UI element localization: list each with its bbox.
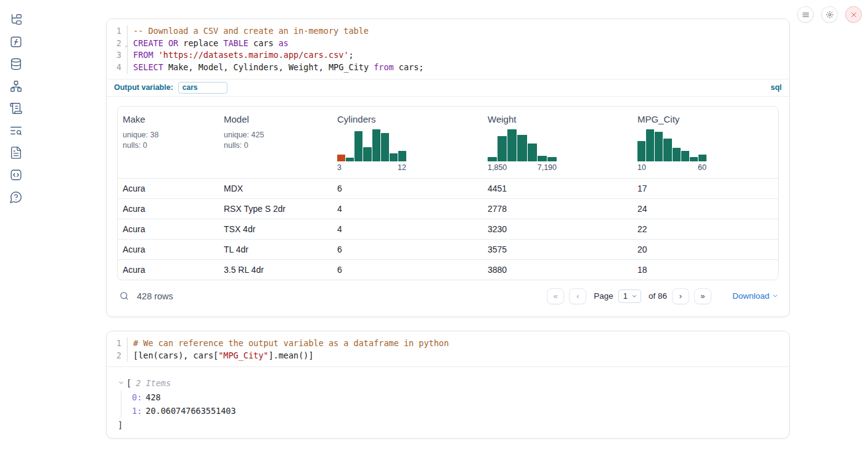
histogram-bar xyxy=(637,141,645,161)
page-select[interactable]: 1 xyxy=(618,289,641,303)
page-total-label: of 86 xyxy=(649,291,667,301)
chevron-down-icon xyxy=(118,379,125,386)
download-button[interactable]: Download xyxy=(732,291,779,301)
sql-cell: 12⌄34 -- Download a CSV and create an in… xyxy=(106,18,790,317)
table-cell: 6 xyxy=(332,184,483,193)
histogram-bar xyxy=(337,155,345,161)
chevron-down-icon xyxy=(772,293,779,299)
fold-chevron-icon[interactable]: ⌄ xyxy=(125,39,128,52)
function-square-icon[interactable] xyxy=(9,34,23,49)
line-number: 2⌄ xyxy=(107,38,121,50)
open-bracket: [ xyxy=(126,376,131,390)
table-cell: RSX Type S 2dr xyxy=(219,204,332,214)
row-count: 428 rows xyxy=(137,291,173,301)
histogram-bar xyxy=(488,157,497,161)
tree-output: [ 2 Items 0:4281:20.060747663551403 ] xyxy=(107,367,789,441)
line-number: 3 xyxy=(107,49,121,62)
table-row[interactable]: Acura3.5 RL 4dr6388018 xyxy=(118,259,778,280)
code-line: CREATE OR replace TABLE cars as xyxy=(133,38,424,50)
line-number-gutter: 12 xyxy=(107,338,128,362)
cylinders-histogram[interactable]: 3 12 xyxy=(337,129,406,172)
chevron-down-icon xyxy=(631,293,637,299)
histogram-bar xyxy=(497,136,507,161)
document-icon[interactable] xyxy=(9,145,23,160)
tree-item-value: 20.060747663551403 xyxy=(145,406,235,416)
table-cell: 4 xyxy=(332,224,483,234)
table-row[interactable]: AcuraTL 4dr6357520 xyxy=(118,239,778,259)
table-row[interactable]: AcuraTSX 4dr4323022 xyxy=(118,219,778,239)
page-label: Page xyxy=(594,291,613,301)
table-cell: 6 xyxy=(332,245,483,254)
first-page-button[interactable]: « xyxy=(547,288,564,304)
search-button[interactable] xyxy=(117,289,131,303)
table-row[interactable]: AcuraRSX Type S 2dr4277824 xyxy=(118,198,778,219)
histogram-bar xyxy=(381,133,389,161)
python-code[interactable]: # We can reference the output variable a… xyxy=(128,338,449,362)
line-number: 4 xyxy=(107,62,121,74)
histogram-bar xyxy=(372,129,380,161)
text-search-icon[interactable] xyxy=(9,123,23,137)
table-cell: Acura xyxy=(118,265,219,275)
histogram-bar xyxy=(547,157,557,161)
column-header-model[interactable]: Model unique: 425 nulls: 0 xyxy=(219,107,332,178)
histogram-bar xyxy=(538,156,547,161)
dependency-graph-icon[interactable] xyxy=(9,79,23,93)
help-circle-icon[interactable] xyxy=(9,190,23,204)
menu-icon xyxy=(801,10,810,19)
pagination: « ‹ Page 1 of 86 › » Download xyxy=(547,288,779,304)
table-cell: 3575 xyxy=(483,245,633,254)
code-line: SELECT Make, Model, Cylinders, Weight, M… xyxy=(133,62,424,74)
previous-page-button[interactable]: ‹ xyxy=(569,288,586,304)
column-header-make[interactable]: Make unique: 38 nulls: 0 xyxy=(118,107,219,178)
table-cell: 2778 xyxy=(483,204,633,214)
mpg-city-histogram[interactable]: 10 60 xyxy=(637,129,706,172)
line-number: 1 xyxy=(107,25,121,38)
weight-histogram[interactable]: 1,850 7,190 xyxy=(488,129,557,172)
code-line: FROM 'https://datasets.marimo.app/cars.c… xyxy=(133,49,424,62)
code-snippets-icon[interactable] xyxy=(9,168,23,182)
histogram-bar xyxy=(390,153,398,161)
menu-button[interactable] xyxy=(797,6,814,23)
table-cell: 4451 xyxy=(483,184,633,193)
output-variable-row: Output variable: sql xyxy=(107,79,789,97)
output-variable-input[interactable] xyxy=(178,82,227,94)
python-editor[interactable]: 12 # We can reference the output variabl… xyxy=(107,331,789,367)
histogram-bar xyxy=(646,129,654,161)
shutdown-button[interactable] xyxy=(845,6,862,23)
tree-collapse-toggle[interactable] xyxy=(118,376,126,390)
dataframe-output: Make unique: 38 nulls: 0 Model unique: 4… xyxy=(107,97,789,312)
database-icon[interactable] xyxy=(9,57,23,71)
data-table: Make unique: 38 nulls: 0 Model unique: 4… xyxy=(117,106,779,280)
column-header-weight[interactable]: Weight 1,850 7,190 xyxy=(483,107,633,178)
python-cell: 12 # We can reference the output variabl… xyxy=(106,331,790,439)
histogram-bar xyxy=(681,151,689,161)
scroll-script-icon[interactable] xyxy=(9,101,23,115)
code-line: [len(cars), cars["MPG_City"].mean()] xyxy=(133,350,449,362)
histogram-bar xyxy=(507,129,517,161)
table-cell: Acura xyxy=(118,184,219,193)
column-stats: unique: 425 nulls: 0 xyxy=(224,130,327,151)
next-page-button[interactable]: › xyxy=(672,288,689,304)
sidebar xyxy=(5,12,27,204)
tree-item: 1:20.060747663551403 xyxy=(132,404,778,418)
table-cell: 3230 xyxy=(483,224,633,234)
histogram-bar xyxy=(398,151,406,161)
table-cell: Acura xyxy=(118,245,219,254)
output-variable-label: Output variable: xyxy=(114,83,173,92)
last-page-button[interactable]: » xyxy=(694,288,711,304)
language-badge[interactable]: sql xyxy=(771,83,782,92)
column-header-cylinders[interactable]: Cylinders 3 12 xyxy=(332,107,483,178)
histogram-bar xyxy=(673,148,681,161)
histogram-bar xyxy=(354,131,362,161)
histogram-bar xyxy=(655,132,663,161)
settings-button[interactable] xyxy=(821,6,838,23)
table-cell: 3880 xyxy=(483,265,633,275)
sql-code[interactable]: -- Download a CSV and create an in-memor… xyxy=(128,25,424,74)
file-tree-icon[interactable] xyxy=(9,12,23,26)
table-row[interactable]: AcuraMDX6445117 xyxy=(118,178,778,198)
column-header-mpg-city[interactable]: MPG_City 10 60 xyxy=(633,107,779,178)
table-cell: Acura xyxy=(118,224,219,234)
tree-item-value: 428 xyxy=(145,392,160,402)
sql-editor[interactable]: 12⌄34 -- Download a CSV and create an in… xyxy=(107,19,789,79)
line-number-gutter: 12⌄34 xyxy=(107,25,128,74)
